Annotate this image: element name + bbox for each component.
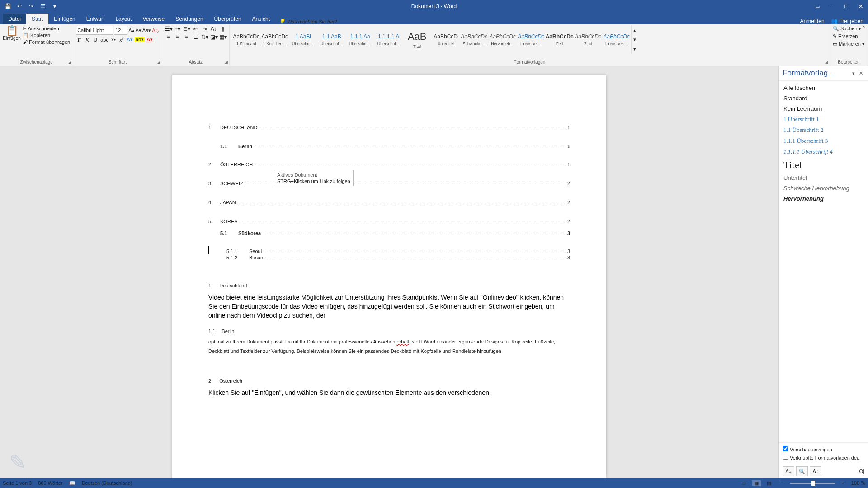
- subscript-icon[interactable]: x₂: [110, 37, 117, 42]
- zoom-out-icon[interactable]: −: [777, 480, 786, 486]
- style-list-item[interactable]: Kein Leerraum: [779, 103, 868, 114]
- paragraph[interactable]: Video bietet eine leistungsstarke Möglic…: [208, 293, 570, 320]
- preview-checkbox[interactable]: Vorschau anzeigen: [783, 446, 864, 452]
- multilevel-icon[interactable]: ⊟▾: [183, 26, 190, 32]
- undo-icon[interactable]: ↶: [14, 1, 24, 11]
- style-list-item[interactable]: Schwache Hervorhebung: [779, 183, 868, 193]
- toc-entry[interactable]: 1.1Berlin1: [220, 144, 570, 149]
- font-name-input[interactable]: [76, 26, 113, 35]
- style-item[interactable]: AaBbCcDcHervorheb…: [489, 26, 517, 54]
- increase-indent-icon[interactable]: ⇥: [201, 26, 208, 32]
- tab-mailings[interactable]: Sendungen: [170, 14, 208, 24]
- maximize-icon[interactable]: ☐: [839, 0, 854, 13]
- tab-view[interactable]: Ansicht: [247, 14, 275, 24]
- save-icon[interactable]: 💾: [3, 1, 13, 11]
- toc-entry[interactable]: 5.1.1Seoul3: [226, 249, 570, 254]
- bold-icon[interactable]: F: [76, 37, 82, 42]
- word-count[interactable]: 889 Wörter: [38, 480, 62, 486]
- styles-more-icon[interactable]: ▴▾▾: [631, 26, 638, 54]
- style-list-item[interactable]: 1 Überschrift 1: [779, 114, 868, 125]
- options-link[interactable]: O|: [859, 469, 864, 474]
- tab-review[interactable]: Überprüfen: [209, 14, 247, 24]
- style-item[interactable]: AaBbCcDcIntensives…: [603, 26, 631, 54]
- replace-button[interactable]: Ersetzen: [833, 33, 865, 39]
- clear-formatting-icon[interactable]: A◇: [152, 28, 159, 33]
- zoom-in-icon[interactable]: +: [839, 480, 848, 486]
- tell-me-input[interactable]: 💡 Was möchten Sie tun?: [279, 19, 337, 24]
- tab-file[interactable]: Datei: [3, 14, 26, 24]
- highlight-icon[interactable]: ab▾: [135, 37, 145, 42]
- style-list-item[interactable]: Hervorhebung: [779, 193, 868, 204]
- toc-entry[interactable]: 2ÖSTERREICH1: [208, 162, 570, 167]
- close-icon[interactable]: ✕: [854, 0, 868, 13]
- toc-entry[interactable]: 3SCHWEIZ2: [208, 181, 570, 186]
- qat-more-icon[interactable]: ▾: [50, 1, 60, 11]
- pane-dropdown-icon[interactable]: ▾: [850, 70, 857, 76]
- spellcheck-icon[interactable]: 📖: [69, 480, 75, 486]
- toc-entry[interactable]: 1DEUTSCHLAND1: [208, 125, 570, 130]
- paste-button[interactable]: 📋 Einfügen: [3, 26, 21, 45]
- print-layout-icon[interactable]: ▦: [752, 480, 761, 486]
- bullets-icon[interactable]: ☰▾: [165, 26, 172, 32]
- tab-references[interactable]: Verweise: [137, 14, 170, 24]
- style-list-item[interactable]: Untertitel: [779, 173, 868, 183]
- document-area[interactable]: 1DEUTSCHLAND11.1Berlin12ÖSTERREICH13SCHW…: [0, 66, 778, 478]
- style-item[interactable]: AaBbCcDcFett: [546, 26, 574, 54]
- paragraph[interactable]: optimal zu Ihrem Dokument passt. Damit I…: [208, 337, 570, 356]
- style-item[interactable]: AaBbCcDc1 Kein Lee…: [261, 26, 289, 54]
- format-painter-button[interactable]: Format übertragen: [23, 39, 70, 45]
- show-marks-icon[interactable]: ¶: [219, 26, 226, 32]
- share-button[interactable]: Freigeben: [831, 18, 863, 24]
- italic-icon[interactable]: K: [84, 37, 90, 42]
- redo-icon[interactable]: ↷: [26, 1, 36, 11]
- page[interactable]: 1DEUTSCHLAND11.1Berlin12ÖSTERREICH13SCHW…: [172, 75, 606, 478]
- font-color-icon[interactable]: A▾: [146, 37, 153, 42]
- paragraph[interactable]: Klicken Sie auf "Einfügen", und wählen S…: [208, 388, 570, 397]
- collapse-ribbon-icon[interactable]: ⌃: [860, 25, 867, 33]
- borders-icon[interactable]: ▦▾: [219, 34, 226, 40]
- styles-gallery[interactable]: AaBbCcDc1 StandardAaBbCcDc1 Kein Lee…1 A…: [232, 26, 827, 54]
- zoom-slider[interactable]: [790, 483, 835, 484]
- underline-icon[interactable]: U: [92, 37, 99, 42]
- dialog-launcher-icon[interactable]: ◢: [825, 60, 828, 64]
- style-clear-all[interactable]: Alle löschen: [779, 83, 868, 93]
- page-indicator[interactable]: Seite 1 von 3: [3, 480, 32, 486]
- align-right-icon[interactable]: ≡: [183, 34, 190, 40]
- text-effects-icon[interactable]: A▾: [127, 37, 133, 42]
- grow-font-icon[interactable]: A▴: [128, 28, 134, 33]
- dialog-launcher-icon[interactable]: ◢: [68, 60, 71, 64]
- select-button[interactable]: Markieren ▾: [833, 41, 865, 47]
- style-inspector-icon[interactable]: 🔍: [796, 466, 808, 476]
- style-item[interactable]: AaBbCcDc1 Standard: [232, 26, 260, 54]
- tab-home[interactable]: Start: [26, 14, 48, 24]
- tab-insert[interactable]: Einfügen: [48, 14, 80, 24]
- read-mode-icon[interactable]: ▭: [739, 480, 748, 486]
- toc-entry[interactable]: 4JAPAN2: [208, 200, 570, 205]
- zoom-level[interactable]: 100 %: [851, 480, 865, 486]
- justify-icon[interactable]: ≣: [192, 34, 199, 40]
- web-layout-icon[interactable]: ▤: [764, 480, 774, 486]
- shrink-font-icon[interactable]: A▾: [136, 28, 142, 33]
- dialog-launcher-icon[interactable]: ◢: [225, 60, 228, 64]
- style-item[interactable]: 1 AaBlÜberschrif…: [289, 26, 317, 54]
- style-item[interactable]: 1.1.1 AaÜberschrif…: [346, 26, 374, 54]
- align-center-icon[interactable]: ≡: [174, 34, 181, 40]
- dialog-launcher-icon[interactable]: ◢: [157, 60, 160, 64]
- copy-button[interactable]: Kopieren: [23, 33, 70, 38]
- align-left-icon[interactable]: ≡: [165, 34, 172, 40]
- toc-entry[interactable]: 5.1.2Busan3: [226, 255, 570, 260]
- style-item[interactable]: AaBbCcDcSchwache…: [460, 26, 488, 54]
- style-list-item[interactable]: Titel: [779, 157, 868, 173]
- minimize-icon[interactable]: —: [825, 0, 839, 13]
- tab-design[interactable]: Entwurf: [81, 14, 110, 24]
- tab-layout[interactable]: Layout: [110, 14, 137, 24]
- style-list-item[interactable]: 1.1.1.1 Überschrift 4: [779, 146, 868, 157]
- shading-icon[interactable]: ◪▾: [210, 34, 217, 40]
- signin-link[interactable]: Anmelden: [800, 18, 825, 24]
- style-list-item[interactable]: 1.1 Überschrift 2: [779, 125, 868, 136]
- new-style-icon[interactable]: A₊: [783, 466, 794, 476]
- font-size-input[interactable]: [114, 26, 127, 35]
- ribbon-options-icon[interactable]: ▭: [810, 0, 825, 13]
- style-list-item[interactable]: 1.1.1 Überschrift 3: [779, 136, 868, 146]
- change-case-icon[interactable]: Aa▾: [142, 28, 151, 33]
